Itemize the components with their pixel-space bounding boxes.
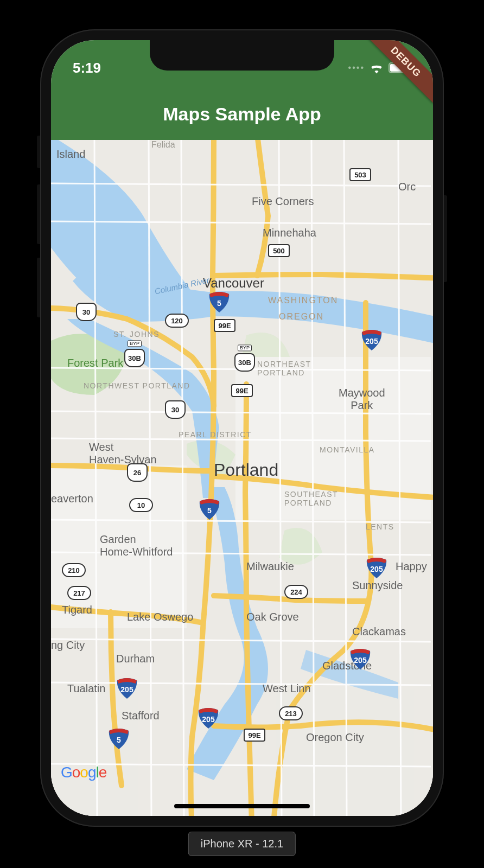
phone-power-button bbox=[444, 195, 447, 282]
shield-byp-1: BYP bbox=[128, 340, 142, 347]
phone-screen: 5:19 •••• DEBUG Maps Sample App bbox=[51, 40, 433, 816]
shield-byp-2: BYP bbox=[238, 344, 252, 351]
status-time: 5:19 bbox=[73, 60, 101, 76]
app-bar: Maps Sample App bbox=[51, 88, 433, 140]
app-title: Maps Sample App bbox=[163, 104, 321, 125]
wifi-icon bbox=[369, 62, 384, 74]
phone-notch bbox=[150, 40, 334, 71]
map-canvas bbox=[51, 140, 433, 816]
phone-volume-down bbox=[37, 258, 40, 317]
simulator-device-label: iPhone XR - 12.1 bbox=[188, 832, 296, 856]
cellular-dots-icon: •••• bbox=[348, 63, 365, 73]
phone-volume-up bbox=[37, 184, 40, 244]
phone-frame: 5:19 •••• DEBUG Maps Sample App bbox=[40, 29, 444, 827]
phone-silent-switch bbox=[37, 136, 40, 168]
home-indicator[interactable] bbox=[174, 804, 310, 808]
map-view[interactable]: Portland Vancouver Five Corners Minnehah… bbox=[51, 140, 433, 816]
svg-rect-5 bbox=[51, 465, 187, 628]
